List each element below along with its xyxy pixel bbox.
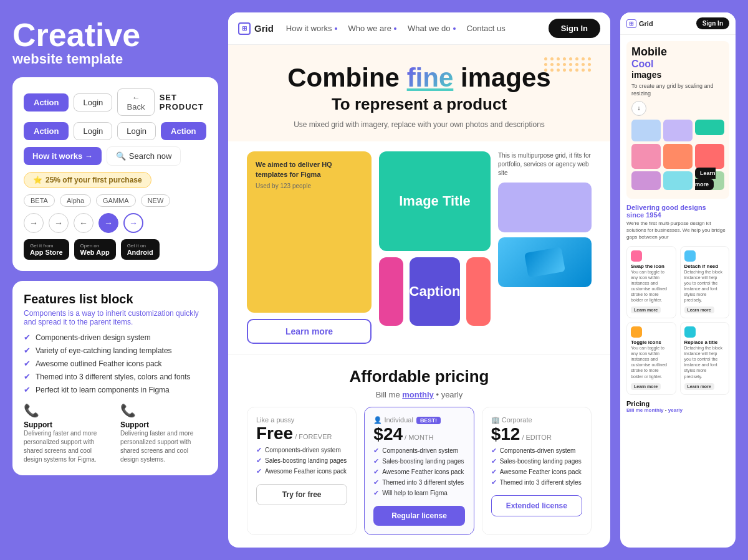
free-plan-label: Like a pussy (256, 416, 347, 424)
check-icon-5: ✔ (24, 385, 31, 394)
ui-row-3: How it works → 🔍 Search now (24, 146, 207, 166)
ui-row-tags: BETA Alpha GAMMA NEW (24, 194, 207, 207)
android-badge[interactable]: Get it on Android (121, 239, 160, 260)
pricing-section: Affordable pricing Bill me monthly • yea… (228, 354, 610, 548)
individual-plan-label: 👤 Individual BEST! (373, 416, 464, 424)
action-button-1[interactable]: Action (24, 93, 69, 112)
main-title-creative: Creative (12, 19, 218, 51)
corp-feature-2: ✔ Sales-boosting landing pages (491, 457, 582, 465)
mobile-pricing-yearly[interactable]: yearly (668, 407, 683, 413)
feature-item-4: ✔ Themed into 3 different styles, colors… (24, 372, 207, 381)
mobile-feature-toggle: Toggle icons You can toggle to any icon … (626, 322, 676, 395)
mobile-delivering-section: Delivering good designs since 1954 We're… (626, 204, 729, 241)
monthly-toggle[interactable]: monthly (402, 390, 434, 399)
features-title: Features list block (24, 292, 207, 306)
mobile-logo: ⊞ Grid (626, 19, 653, 28)
nav-who-we-are[interactable]: Who we are (348, 24, 396, 33)
how-it-works-button[interactable]: How it works → (24, 147, 102, 165)
support-row: 📞 Support Delivering faster and more per… (24, 403, 207, 464)
grid-center-column: Image Title Caption (379, 151, 491, 344)
free-feature-2: ✔ Sales-boosting landing pages (256, 457, 347, 465)
hero-dots-decoration (544, 57, 592, 72)
ind-feature-5: ✔ Will help to learn Figma (373, 489, 464, 497)
mobile-hero-title: Mobile (631, 46, 724, 59)
hero-section: Combine fine images To represent a produ… (228, 45, 610, 141)
arrow-right-active[interactable]: → (98, 213, 118, 233)
mobile-pricing-sub: Bill me monthly • yearly (626, 407, 729, 413)
grid-section: We aimed to deliver HQ templates for Fig… (228, 141, 610, 354)
swap-learn-button[interactable]: Learn more (631, 306, 661, 313)
replace-learn-button[interactable]: Learn more (684, 383, 714, 390)
mobile-feature-replace: Replace a title Detaching the block inst… (680, 322, 730, 395)
nav-what-we-do[interactable]: What we do (408, 24, 456, 33)
hero-subtitle: To represent a product (253, 95, 585, 114)
since-text: since 1954 (626, 211, 661, 219)
mg-purple-1 (663, 120, 693, 141)
hero-desc: Use mixed grid with imagery, replace wit… (253, 120, 585, 129)
left-header: Creative website template (12, 12, 218, 67)
regular-license-button[interactable]: Regular license (373, 506, 464, 526)
search-icon: 🔍 (116, 151, 126, 161)
search-button[interactable]: 🔍 Search now (107, 146, 181, 166)
mg-teal-1 (695, 120, 724, 135)
mobile-feature-detach: Detach if need Detaching the block insta… (680, 246, 730, 319)
toggle-desc: You can toggle to any icon within instan… (631, 345, 672, 379)
check-icon-4: ✔ (24, 372, 31, 381)
features-subtitle: Components is a way to inherit customiza… (24, 309, 207, 326)
arrow-right-1[interactable]: → (24, 213, 44, 233)
delivering-desc: We're the first multi-purpose design kit… (626, 220, 729, 241)
app-store-badge[interactable]: Get it from App Store (24, 239, 69, 260)
web-app-badge[interactable]: Open on Web App (74, 239, 116, 260)
action-button-2[interactable]: Action (24, 122, 69, 140)
corporate-plan-label: 🏢 Corporate (491, 416, 582, 424)
features-card: Features list block Components is a way … (12, 281, 218, 475)
feature-item-3: ✔ Awesome outlined Feather icons pack (24, 359, 207, 368)
pink-card (379, 257, 403, 326)
side-blue-image (498, 237, 592, 287)
mg-pink-1 (631, 144, 661, 169)
arrow-right-2[interactable]: → (49, 213, 69, 233)
arrow-right-outline[interactable]: → (123, 213, 143, 233)
back-button[interactable]: ← Back (117, 88, 154, 116)
ind-feature-2: ✔ Sales-boosting landing pages (373, 457, 464, 465)
grid-left-column: We aimed to deliver HQ templates for Fig… (247, 151, 372, 344)
nav-how-it-works[interactable]: How it works (286, 24, 337, 33)
learn-more-button[interactable]: Learn more (247, 319, 372, 344)
mobile-learn-more[interactable]: Learn more (695, 168, 716, 190)
ui-row-1: Action Login ← Back SET PRODUCT (24, 88, 207, 116)
ind-feature-4: ✔ Themed into 3 different styles (373, 478, 464, 486)
detach-icon (684, 250, 696, 262)
extended-license-button[interactable]: Extended license (491, 495, 582, 516)
check-icon-3: ✔ (24, 359, 31, 368)
login-button-3[interactable]: Login (117, 122, 156, 140)
nav-arrows-row: → → ← → → (24, 213, 207, 233)
individual-price: $24/ MONTH (373, 424, 464, 444)
gamma-tag: GAMMA (96, 194, 136, 207)
mg-coral-1 (695, 144, 724, 169)
login-button-1[interactable]: Login (74, 93, 112, 112)
ind-feature-3: ✔ Awesome Feather icons pack (373, 468, 464, 476)
coral-card (466, 257, 491, 326)
login-button-2[interactable]: Login (74, 122, 112, 140)
corp-feature-1: ✔ Components-driven system (491, 447, 582, 455)
try-for-free-button[interactable]: Try for free (256, 484, 347, 505)
nav-contact-us[interactable]: Contact us (467, 24, 506, 33)
action-button-3[interactable]: Action (161, 122, 206, 140)
right-panel: ⊞ Grid Sign In Mobile Cool images To cre… (620, 12, 736, 548)
arrow-left-1[interactable]: ← (74, 213, 94, 233)
mobile-scroll-button[interactable]: ↓ (631, 101, 646, 116)
free-plan-card: Like a pussy Free/ FOREVER ✔ Components-… (247, 407, 357, 535)
swap-title: Swap the icon (631, 263, 672, 269)
beta-tag: BETA (24, 194, 55, 207)
support-item-1: 📞 Support Delivering faster and more per… (24, 403, 110, 464)
grid-right-column: This is multipurpose grid, it fits for p… (498, 151, 592, 344)
free-price: Free/ FOREVER (256, 424, 347, 444)
detach-learn-button[interactable]: Learn more (684, 306, 714, 313)
alpha-tag: Alpha (60, 194, 91, 207)
image-title-card: Image Title (379, 151, 491, 251)
signin-button[interactable]: Sign In (549, 19, 600, 38)
toggle-learn-button[interactable]: Learn more (631, 383, 661, 390)
corp-feature-3: ✔ Awesome Feather icons pack (491, 468, 582, 476)
mobile-signin-button[interactable]: Sign In (696, 17, 729, 29)
delivering-title: Delivering good designs since 1954 (626, 204, 729, 219)
